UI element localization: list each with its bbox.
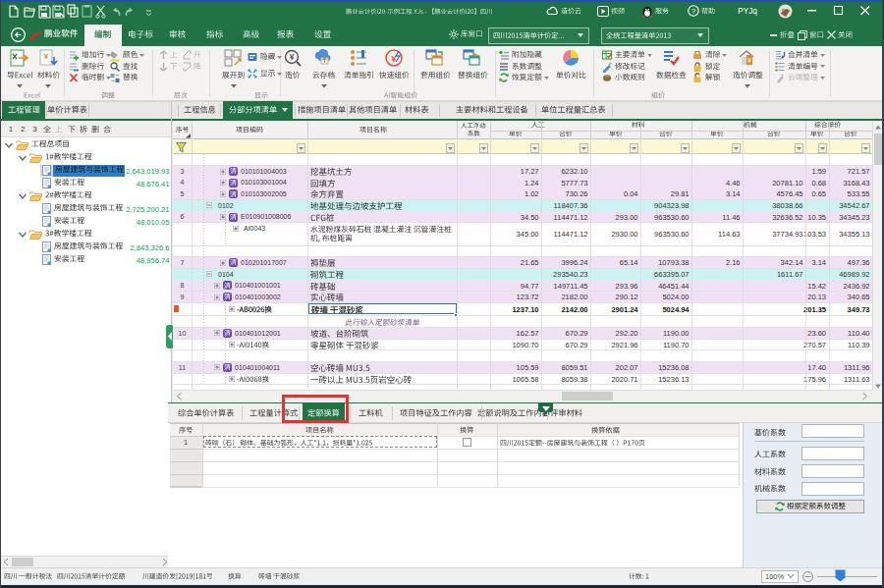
svg-text:¥: ¥: [290, 52, 295, 62]
svg-text:¥: ¥: [44, 52, 49, 61]
svg-text:?: ?: [691, 7, 696, 16]
svg-text:¥: ¥: [747, 57, 751, 64]
